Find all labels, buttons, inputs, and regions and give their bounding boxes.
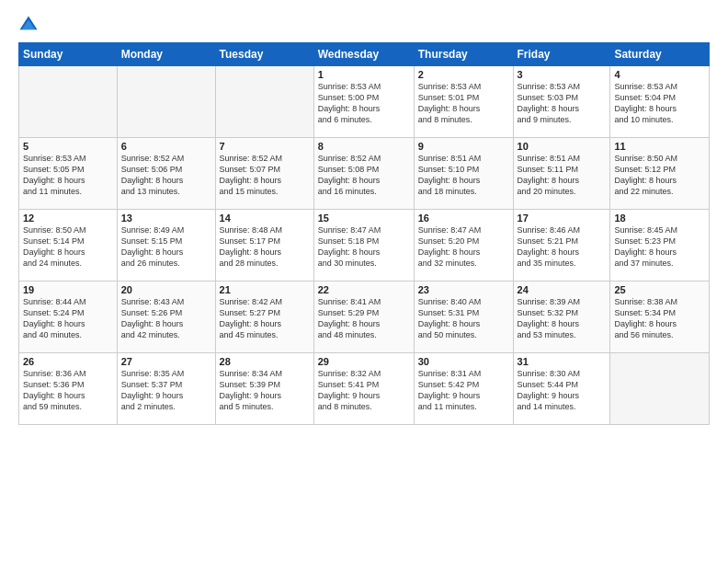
logo-icon (18, 15, 39, 35)
day-info: Sunrise: 8:41 AM Sunset: 5:29 PM Dayligh… (318, 296, 410, 341)
day-number: 14 (220, 213, 310, 224)
day-number: 23 (418, 284, 509, 295)
calendar-cell: 1Sunrise: 8:53 AM Sunset: 5:00 PM Daylig… (313, 66, 414, 138)
day-info: Sunrise: 8:46 AM Sunset: 5:21 PM Dayligh… (518, 224, 607, 270)
day-number: 4 (614, 69, 705, 80)
col-header-saturday: Saturday (610, 43, 710, 66)
day-info: Sunrise: 8:36 AM Sunset: 5:36 PM Dayligh… (23, 368, 113, 413)
day-info: Sunrise: 8:45 AM Sunset: 5:23 PM Dayligh… (614, 224, 705, 270)
calendar-cell: 9Sunrise: 8:51 AM Sunset: 5:10 PM Daylig… (414, 138, 513, 210)
day-number: 7 (220, 141, 310, 152)
day-number: 5 (23, 141, 113, 152)
day-number: 3 (518, 69, 607, 80)
calendar-cell: 7Sunrise: 8:52 AM Sunset: 5:07 PM Daylig… (215, 138, 313, 210)
calendar-cell: 31Sunrise: 8:30 AM Sunset: 5:44 PM Dayli… (513, 353, 610, 425)
calendar-cell (117, 66, 215, 138)
day-info: Sunrise: 8:30 AM Sunset: 5:44 PM Dayligh… (518, 368, 607, 413)
calendar-cell: 15Sunrise: 8:47 AM Sunset: 5:18 PM Dayli… (313, 210, 414, 282)
day-number: 19 (23, 284, 113, 295)
calendar-table: SundayMondayTuesdayWednesdayThursdayFrid… (18, 42, 710, 425)
day-info: Sunrise: 8:53 AM Sunset: 5:00 PM Dayligh… (318, 81, 410, 126)
day-info: Sunrise: 8:51 AM Sunset: 5:11 PM Dayligh… (518, 153, 607, 198)
day-info: Sunrise: 8:38 AM Sunset: 5:34 PM Dayligh… (614, 296, 705, 341)
day-number: 8 (318, 141, 410, 152)
day-number: 10 (518, 141, 607, 152)
day-info: Sunrise: 8:34 AM Sunset: 5:39 PM Dayligh… (220, 368, 310, 413)
day-number: 15 (318, 213, 410, 224)
calendar-cell: 5Sunrise: 8:53 AM Sunset: 5:05 PM Daylig… (19, 138, 118, 210)
day-number: 1 (318, 69, 410, 80)
calendar-cell (610, 353, 710, 425)
calendar-cell: 22Sunrise: 8:41 AM Sunset: 5:29 PM Dayli… (313, 282, 414, 353)
day-info: Sunrise: 8:47 AM Sunset: 5:18 PM Dayligh… (318, 224, 410, 270)
day-info: Sunrise: 8:31 AM Sunset: 5:42 PM Dayligh… (418, 368, 509, 413)
day-number: 21 (220, 284, 310, 295)
day-number: 22 (318, 284, 410, 295)
calendar-cell: 16Sunrise: 8:47 AM Sunset: 5:20 PM Dayli… (414, 210, 513, 282)
day-number: 29 (318, 356, 410, 367)
day-number: 30 (418, 356, 509, 367)
day-number: 12 (23, 213, 113, 224)
day-info: Sunrise: 8:50 AM Sunset: 5:12 PM Dayligh… (614, 153, 705, 198)
calendar-cell: 6Sunrise: 8:52 AM Sunset: 5:06 PM Daylig… (117, 138, 215, 210)
col-header-thursday: Thursday (414, 43, 513, 66)
calendar-cell: 20Sunrise: 8:43 AM Sunset: 5:26 PM Dayli… (117, 282, 215, 353)
calendar-cell: 4Sunrise: 8:53 AM Sunset: 5:04 PM Daylig… (610, 66, 710, 138)
day-number: 16 (418, 213, 509, 224)
day-number: 6 (121, 141, 211, 152)
col-header-friday: Friday (513, 43, 610, 66)
calendar-cell: 26Sunrise: 8:36 AM Sunset: 5:36 PM Dayli… (19, 353, 118, 425)
day-info: Sunrise: 8:39 AM Sunset: 5:32 PM Dayligh… (518, 296, 607, 341)
day-info: Sunrise: 8:52 AM Sunset: 5:08 PM Dayligh… (318, 153, 410, 198)
day-number: 13 (121, 213, 211, 224)
day-number: 9 (418, 141, 509, 152)
day-info: Sunrise: 8:53 AM Sunset: 5:04 PM Dayligh… (614, 81, 705, 126)
day-info: Sunrise: 8:48 AM Sunset: 5:17 PM Dayligh… (220, 224, 310, 270)
day-number: 28 (220, 356, 310, 367)
day-number: 24 (518, 284, 607, 295)
day-number: 2 (418, 69, 509, 80)
calendar-cell: 17Sunrise: 8:46 AM Sunset: 5:21 PM Dayli… (513, 210, 610, 282)
day-number: 31 (518, 356, 607, 367)
day-info: Sunrise: 8:53 AM Sunset: 5:01 PM Dayligh… (418, 81, 509, 126)
col-header-monday: Monday (117, 43, 215, 66)
day-info: Sunrise: 8:51 AM Sunset: 5:10 PM Dayligh… (418, 153, 509, 198)
day-number: 11 (614, 141, 705, 152)
calendar-cell: 14Sunrise: 8:48 AM Sunset: 5:17 PM Dayli… (215, 210, 313, 282)
day-number: 26 (23, 356, 113, 367)
day-number: 18 (614, 213, 705, 224)
calendar-cell: 27Sunrise: 8:35 AM Sunset: 5:37 PM Dayli… (117, 353, 215, 425)
day-info: Sunrise: 8:43 AM Sunset: 5:26 PM Dayligh… (121, 296, 211, 341)
calendar-cell: 2Sunrise: 8:53 AM Sunset: 5:01 PM Daylig… (414, 66, 513, 138)
day-number: 27 (121, 356, 211, 367)
calendar-cell: 29Sunrise: 8:32 AM Sunset: 5:41 PM Dayli… (313, 353, 414, 425)
day-info: Sunrise: 8:52 AM Sunset: 5:07 PM Dayligh… (220, 153, 310, 198)
calendar-cell: 21Sunrise: 8:42 AM Sunset: 5:27 PM Dayli… (215, 282, 313, 353)
calendar-cell: 18Sunrise: 8:45 AM Sunset: 5:23 PM Dayli… (610, 210, 710, 282)
calendar-cell: 8Sunrise: 8:52 AM Sunset: 5:08 PM Daylig… (313, 138, 414, 210)
day-info: Sunrise: 8:50 AM Sunset: 5:14 PM Dayligh… (23, 224, 113, 270)
day-number: 25 (614, 284, 705, 295)
day-info: Sunrise: 8:53 AM Sunset: 5:03 PM Dayligh… (518, 81, 607, 126)
calendar-cell (215, 66, 313, 138)
col-header-sunday: Sunday (19, 43, 118, 66)
day-number: 20 (121, 284, 211, 295)
day-number: 17 (518, 213, 607, 224)
calendar-cell: 24Sunrise: 8:39 AM Sunset: 5:32 PM Dayli… (513, 282, 610, 353)
day-info: Sunrise: 8:52 AM Sunset: 5:06 PM Dayligh… (121, 153, 211, 198)
calendar-cell: 19Sunrise: 8:44 AM Sunset: 5:24 PM Dayli… (19, 282, 118, 353)
calendar-cell: 12Sunrise: 8:50 AM Sunset: 5:14 PM Dayli… (19, 210, 118, 282)
col-header-tuesday: Tuesday (215, 43, 313, 66)
day-info: Sunrise: 8:35 AM Sunset: 5:37 PM Dayligh… (121, 368, 211, 413)
calendar-cell: 10Sunrise: 8:51 AM Sunset: 5:11 PM Dayli… (513, 138, 610, 210)
col-header-wednesday: Wednesday (313, 43, 414, 66)
day-info: Sunrise: 8:47 AM Sunset: 5:20 PM Dayligh… (418, 224, 509, 270)
calendar-cell: 23Sunrise: 8:40 AM Sunset: 5:31 PM Dayli… (414, 282, 513, 353)
calendar-cell: 28Sunrise: 8:34 AM Sunset: 5:39 PM Dayli… (215, 353, 313, 425)
day-info: Sunrise: 8:40 AM Sunset: 5:31 PM Dayligh… (418, 296, 509, 341)
day-info: Sunrise: 8:44 AM Sunset: 5:24 PM Dayligh… (23, 296, 113, 341)
calendar-cell: 25Sunrise: 8:38 AM Sunset: 5:34 PM Dayli… (610, 282, 710, 353)
calendar-cell (19, 66, 118, 138)
calendar-cell: 3Sunrise: 8:53 AM Sunset: 5:03 PM Daylig… (513, 66, 610, 138)
calendar-cell: 11Sunrise: 8:50 AM Sunset: 5:12 PM Dayli… (610, 138, 710, 210)
